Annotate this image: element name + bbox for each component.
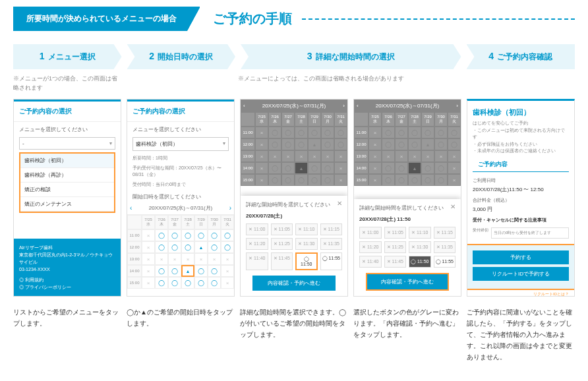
cal-cell[interactable]: ◯ [181,277,194,289]
time-slot[interactable]: ◯ 11:50 [409,256,431,268]
cal-cell[interactable]: ◯ [448,127,461,138]
cal-cell[interactable]: ◯ [448,138,461,150]
m1-option[interactable]: 歯科検診（初回） [20,154,114,168]
cal-cell[interactable]: ◯ [194,277,208,289]
cal-cell[interactable]: ▲ [295,162,308,174]
cal-cell[interactable]: ◯ [208,277,221,289]
cal-cell[interactable]: ◯ [155,229,168,241]
cal-cell[interactable]: ◯ [382,138,395,150]
m1-option[interactable]: 歯科検診（再診） [20,168,114,183]
cal-cell[interactable]: ◯ [421,174,434,186]
cal-cell[interactable]: ◯ [208,265,221,277]
cal-cell[interactable]: ◯ [395,174,408,186]
cal-cell[interactable]: ◯ [395,162,408,174]
m3-confirm-button[interactable]: 内容確認・予約へ進む [252,276,336,291]
m1-option[interactable]: 矯正の相談 [20,183,114,197]
m2-select[interactable]: 歯科検診（初回） [132,137,229,151]
cal-cell[interactable]: ◯ [321,127,334,138]
cal-cell[interactable]: ◯ [168,229,181,241]
time-slot[interactable]: ✕ 11:00 [246,223,268,235]
cal-cell[interactable]: ◯ [281,127,295,138]
time-slot[interactable]: ✕ 11:30 [295,238,318,250]
cal-cell[interactable]: ◯ [295,127,308,138]
cal-cell[interactable]: ◯ [221,241,234,253]
cal-cell[interactable]: ◯ [168,241,181,253]
cal-cell[interactable]: ◯ [268,138,281,150]
time-slot[interactable]: ✕ 11:15 [320,223,343,235]
cal-cell[interactable]: ◯ [281,162,295,174]
cal-cell[interactable]: ▲ [194,241,208,253]
cal-cell[interactable]: ◯ [308,127,321,138]
cal-cell[interactable]: ◯ [434,127,448,138]
time-slot[interactable]: ✕ 11:15 [434,227,456,239]
cal-cell[interactable]: ◯ [155,241,168,253]
cal-cell[interactable]: ◯ [181,229,194,241]
cal-cell[interactable]: ◯ [395,138,408,150]
cal-cell[interactable]: ◯ [208,229,221,241]
close-icon[interactable]: ✕ [450,203,456,210]
prev-icon[interactable]: ‹ [243,103,245,109]
time-slot[interactable]: ✕ 11:40 [246,252,268,270]
m3b-confirm-button[interactable]: 内容確認・予約へ進む [366,273,449,291]
time-slot[interactable]: ✕ 11:35 [320,238,343,250]
time-slot[interactable]: ✕ 11:05 [384,227,407,239]
cal-cell[interactable]: ◯ [268,174,281,186]
next-icon[interactable]: › [343,103,345,109]
reserve-button[interactable]: 予約する [473,250,569,264]
cal-cell[interactable]: ◯ [168,277,181,289]
cal-cell[interactable]: ◯ [194,229,208,241]
next-icon[interactable]: › [229,204,231,212]
cal-cell[interactable]: ◯ [434,174,448,186]
next-icon[interactable]: › [456,103,458,109]
time-slot[interactable]: ✕ 11:30 [409,241,431,253]
cal-cell[interactable]: ◯ [194,265,208,277]
time-slot[interactable]: ✕ 11:25 [271,238,293,250]
cal-cell[interactable]: ◯ [281,138,295,150]
m1-select[interactable]: - [19,137,115,150]
time-slot[interactable]: ✕ 11:10 [295,223,318,235]
prev-icon[interactable]: ‹ [130,204,132,212]
cal-cell[interactable]: ◯ [308,162,321,174]
cal-cell[interactable]: ◯ [434,138,448,150]
cal-cell[interactable]: ◯ [221,229,234,241]
cal-cell[interactable]: ▲ [308,138,321,150]
cal-cell[interactable]: ▲ [421,138,434,150]
cal-cell[interactable]: ▲ [408,162,421,174]
time-slot[interactable]: ✕ 11:45 [271,252,293,270]
cal-cell[interactable]: ◯ [268,162,281,174]
recruit-id-link[interactable]: リクルートIDとは？ [467,290,574,297]
time-slot[interactable]: ◯ 11:55 [434,256,456,268]
cal-cell[interactable]: ◯ [334,138,347,150]
m1-dropdown[interactable]: 歯科検診（初回） 歯科検診（再診） 矯正の相談 矯正のメンテナンス [19,152,115,213]
cal-cell[interactable]: ◯ [321,162,334,174]
cal-cell[interactable]: ◯ [321,138,334,150]
time-slot[interactable]: ✕ 11:35 [434,241,456,253]
cal-cell[interactable]: ◯ [382,127,395,138]
cal-cell[interactable]: ◯ [181,241,194,253]
cal-cell[interactable]: ◯ [281,174,295,186]
time-slot[interactable]: ✕ 11:40 [359,256,382,268]
cal-cell[interactable]: ▲ [181,265,194,277]
cal-cell[interactable]: ◯ [334,127,347,138]
cal-cell[interactable]: ◯ [308,174,321,186]
cal-cell[interactable]: ◯ [208,241,221,253]
close-icon[interactable]: ✕ [337,200,342,207]
cal-cell[interactable]: ◯ [434,162,448,174]
time-slot[interactable]: ✕ 11:20 [359,241,382,253]
cal-cell[interactable]: ◯ [395,127,408,138]
cal-cell[interactable]: ◯ [321,174,334,186]
time-slot[interactable]: ✕ 11:00 [359,227,382,239]
time-slot[interactable]: ✕ 11:45 [384,256,407,268]
time-slot[interactable]: ◯ 11:55 [320,252,343,270]
time-slot[interactable]: ✕ 11:05 [271,223,293,235]
cal-cell[interactable]: ◯ [295,138,308,150]
prev-icon[interactable]: ‹ [357,103,359,109]
cal-cell[interactable]: ◯ [382,174,395,186]
time-slot[interactable]: ✕ 11:10 [409,227,431,239]
cal-cell[interactable]: ◯ [268,127,281,138]
time-slot[interactable]: ✕ 11:20 [246,238,268,250]
time-slot[interactable]: ◯ 11:50 [295,252,318,270]
cal-cell[interactable]: ◯ [168,265,181,277]
recruit-id-button[interactable]: リクルートIDで予約する [473,267,569,281]
cal-cell[interactable]: ◯ [155,277,168,289]
